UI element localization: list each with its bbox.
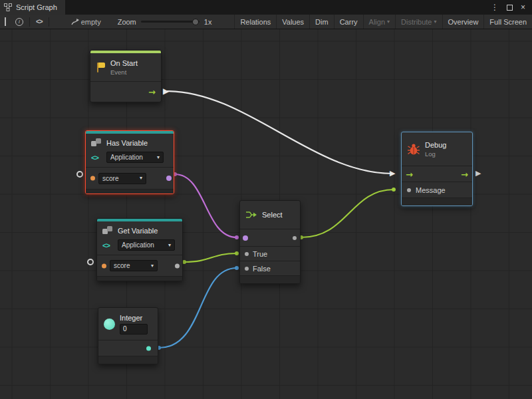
code-icon: <> (102, 241, 114, 249)
node-header: On Start Event (90, 53, 161, 81)
name-input-port[interactable] (90, 176, 95, 181)
carry-button[interactable]: Carry (334, 15, 363, 29)
dim-button[interactable]: Dim (309, 15, 334, 29)
flow-output-stub: ▶ (475, 170, 481, 177)
fullscreen-button[interactable]: Full Screen (483, 15, 532, 29)
bug-icon (407, 143, 420, 156)
wire-onstart-to-log[interactable] (167, 91, 392, 174)
lock-icon[interactable] (0, 15, 11, 29)
flow-port-row: → → (402, 166, 472, 182)
scope-dropdown[interactable]: Application ▾ (106, 152, 164, 163)
unconnected-input-port[interactable] (76, 171, 83, 178)
debug-log-node[interactable]: Debug Log → → Message (401, 132, 473, 206)
integer-node[interactable]: Integer (98, 307, 158, 364)
message-input-port[interactable] (407, 188, 411, 192)
select-icon (245, 210, 257, 219)
node-title: Debug (425, 141, 446, 149)
variable-name-label: score (114, 262, 130, 269)
node-title: Select (262, 211, 283, 219)
node-title: On Start (110, 59, 138, 67)
zoom-label: Zoom (118, 18, 136, 26)
chevron-down-icon: ▾ (157, 155, 160, 160)
output-port-row (98, 340, 158, 356)
select-node[interactable]: Select True False (239, 200, 301, 284)
values-button[interactable]: Values (276, 15, 309, 29)
overview-button[interactable]: Overview (442, 15, 484, 29)
wire-endpoint (235, 251, 239, 255)
zoom-slider[interactable] (141, 21, 200, 23)
false-port-row: False (240, 261, 300, 275)
graph-canvas[interactable]: On Start Event → ▶ Has Variable <> Appli… (0, 29, 532, 399)
chevron-down-icon: ▾ (434, 19, 437, 25)
relations-button[interactable]: Relations (234, 15, 276, 29)
flow-output-port[interactable]: → (148, 88, 156, 96)
selection-group: empty (66, 15, 106, 29)
node-subtitle: Log (425, 150, 446, 158)
message-port-row: Message (402, 182, 472, 198)
flow-port-row: → (90, 81, 161, 102)
scope-dropdown-label: Application (122, 241, 154, 249)
window-maximize-icon[interactable] (507, 5, 513, 11)
variable-name-dropdown[interactable]: score ▾ (98, 173, 146, 184)
graph-icon (4, 3, 12, 11)
selection-output-port[interactable] (293, 236, 297, 240)
integer-output-port[interactable] (146, 346, 151, 350)
flow-input-port[interactable]: → (406, 170, 413, 178)
node-title: Has Variable (106, 139, 148, 147)
node-header: Has Variable <> Application ▾ (86, 134, 174, 167)
node-subtitle: Event (110, 68, 138, 76)
on-start-node[interactable]: On Start Event → (90, 50, 162, 102)
true-port-label: True (253, 250, 267, 258)
code-icon: <> (91, 154, 102, 162)
port-row: score ▾ (97, 255, 182, 276)
wire-hasvariable-to-select[interactable] (175, 174, 237, 237)
message-port-label: Message (416, 186, 446, 194)
false-port-label: False (253, 265, 271, 273)
flag-icon (96, 62, 106, 73)
condition-input-port[interactable] (243, 235, 248, 241)
false-input-port[interactable] (245, 267, 249, 271)
toolbar-divider (49, 17, 49, 27)
window-menu-icon[interactable]: ⋮ (491, 3, 499, 12)
get-variable-node[interactable]: Get Variable <> Application ▾ score ▾ (96, 218, 183, 281)
distribute-button[interactable]: Distribute ▾ (395, 15, 442, 29)
distribute-button-label: Distribute (401, 18, 432, 26)
condition-port-row (240, 229, 300, 246)
wire-getvariable-to-select[interactable] (184, 253, 237, 262)
value-output-port[interactable] (175, 263, 180, 268)
tab-script-graph[interactable]: Script Graph (0, 0, 65, 15)
node-footer (402, 198, 472, 205)
scope-dropdown[interactable]: Application ▾ (118, 239, 175, 251)
has-variable-node[interactable]: Has Variable <> Application ▾ score ▾ (85, 130, 174, 194)
integer-icon (104, 319, 115, 330)
variable-name-dropdown[interactable]: score ▾ (110, 260, 158, 271)
unconnected-input-port[interactable] (87, 259, 94, 265)
zoom-slider-knob[interactable] (192, 19, 199, 25)
zoom-value: 1x (204, 18, 212, 26)
true-input-port[interactable] (245, 252, 249, 256)
toolbar-divider (29, 17, 30, 27)
wire-endpoint (392, 188, 396, 192)
window-close-icon[interactable]: × (521, 3, 525, 12)
bool-output-port[interactable] (166, 176, 172, 181)
flow-output-port[interactable]: → (461, 170, 468, 178)
info-icon[interactable]: i (11, 15, 28, 29)
name-input-port[interactable] (102, 263, 106, 268)
wire-endpoint (235, 266, 239, 270)
node-title: Integer (120, 314, 148, 322)
node-header: Debug Log (402, 132, 472, 166)
node-header: Get Variable <> Application ▾ (97, 221, 182, 255)
node-title: Get Variable (118, 227, 158, 235)
window-title-bar: Script Graph ⋮ × (0, 0, 532, 15)
tab-title: Script Graph (16, 3, 57, 11)
integer-value-input[interactable] (120, 324, 148, 334)
chevron-down-icon: ▾ (140, 176, 142, 181)
node-footer (97, 276, 182, 281)
code-view-icon[interactable]: <> (31, 15, 47, 29)
node-footer (98, 356, 158, 364)
variable-name-label: score (102, 175, 118, 182)
wire-select-to-log[interactable] (301, 190, 394, 237)
graph-toolbar: i <> empty Zoom 1x Relations Values Dim … (0, 15, 532, 29)
align-button[interactable]: Align ▾ (363, 15, 395, 29)
node-header: Select (240, 201, 300, 229)
